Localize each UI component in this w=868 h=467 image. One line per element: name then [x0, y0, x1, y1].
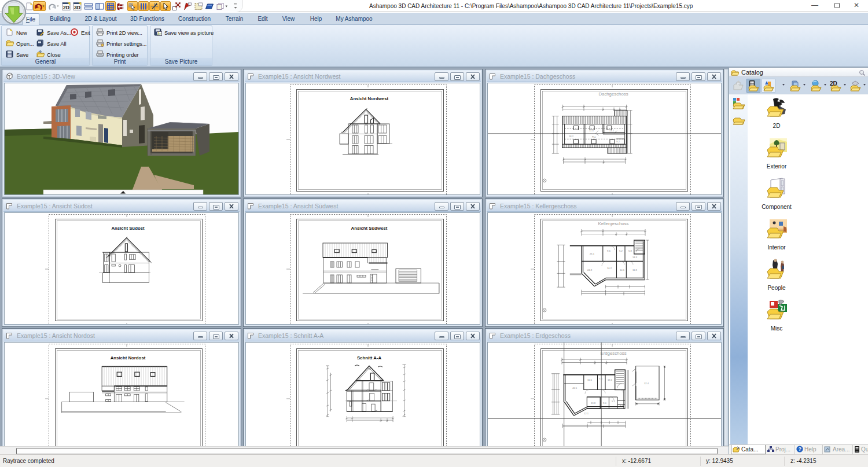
svg-text:9.2: 9.2	[616, 140, 620, 143]
svg-text:13.8: 13.8	[591, 402, 596, 405]
svg-text:Ansicht Nordwest: Ansicht Nordwest	[350, 96, 389, 101]
svg-text:11.4: 11.4	[589, 129, 594, 132]
svg-text:11.6: 11.6	[587, 378, 593, 381]
svg-text:18.2: 18.2	[569, 135, 574, 138]
svg-text:5.1: 5.1	[612, 400, 615, 403]
svg-text:3.4: 3.4	[620, 404, 623, 407]
svg-text:14.3: 14.3	[632, 256, 638, 259]
svg-text:5.8: 5.8	[628, 249, 632, 252]
svg-text:Erdgeschoss: Erdgeschoss	[600, 351, 626, 356]
svg-text:12.1: 12.1	[584, 412, 589, 415]
svg-text:Ansicht Südwest: Ansicht Südwest	[351, 226, 388, 231]
svg-text:2D: 2D	[63, 4, 69, 10]
svg-text:16.2: 16.2	[607, 267, 612, 270]
svg-text:46.5: 46.5	[572, 387, 578, 389]
svg-text:7.4: 7.4	[599, 377, 602, 380]
svg-text:Ansicht Südost: Ansicht Südost	[111, 226, 145, 231]
svg-text:5.2: 5.2	[619, 249, 623, 252]
svg-text:Kellergeschoss: Kellergeschoss	[598, 221, 629, 226]
svg-text:9.6: 9.6	[607, 249, 610, 252]
svg-text:?: ?	[798, 446, 801, 452]
svg-text:10.1: 10.1	[620, 269, 625, 271]
svg-text:24.8: 24.8	[587, 269, 593, 271]
svg-text:Dachgeschoss: Dachgeschoss	[598, 91, 628, 97]
svg-text:11.8: 11.8	[632, 269, 638, 271]
svg-text:13.1: 13.1	[608, 378, 613, 381]
svg-text:Flur: Flur	[592, 135, 597, 138]
svg-text:9.0: 9.0	[603, 402, 606, 405]
svg-text:32.4: 32.4	[644, 382, 649, 385]
svg-text:Schnitt A-A: Schnitt A-A	[357, 355, 382, 361]
svg-text:25.1: 25.1	[590, 252, 595, 255]
svg-text:3D: 3D	[74, 4, 80, 10]
svg-text:Ansicht Nordost: Ansicht Nordost	[111, 355, 146, 361]
svg-text:13.1: 13.1	[609, 129, 615, 132]
